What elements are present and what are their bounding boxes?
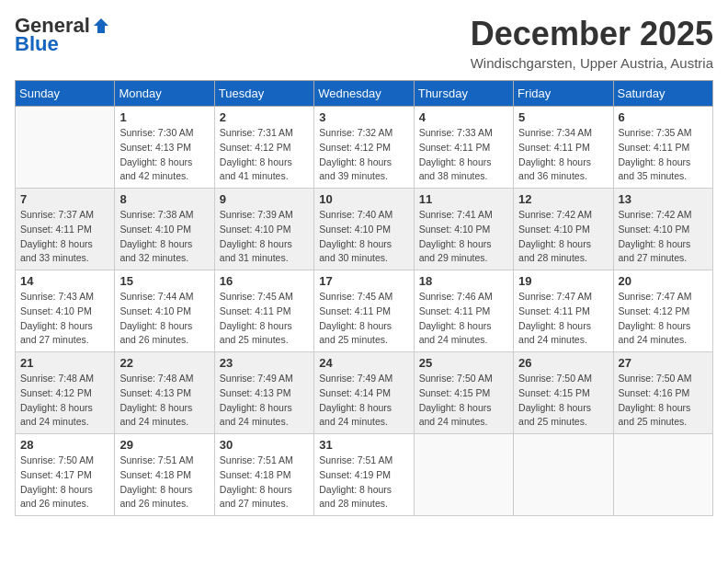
day-number: 7 [20, 192, 109, 206]
day-info: Sunrise: 7:44 AMSunset: 4:10 PMDaylight:… [119, 290, 209, 348]
day-number: 29 [119, 438, 209, 452]
day-info: Sunrise: 7:49 AMSunset: 4:13 PMDaylight:… [220, 372, 309, 430]
day-info: Sunrise: 7:37 AMSunset: 4:11 PMDaylight:… [20, 208, 109, 266]
title-area: December 2025 Windischgarsten, Upper Aus… [471, 15, 713, 71]
day-info: Sunrise: 7:42 AMSunset: 4:10 PMDaylight:… [619, 208, 708, 266]
day-info: Sunrise: 7:50 AMSunset: 4:15 PMDaylight:… [419, 372, 508, 430]
day-info: Sunrise: 7:35 AMSunset: 4:11 PMDaylight:… [619, 126, 708, 184]
table-row: 17Sunrise: 7:45 AMSunset: 4:11 PMDayligh… [314, 270, 414, 352]
day-number: 17 [319, 274, 408, 288]
day-number: 15 [119, 274, 209, 288]
location-title: Windischgarsten, Upper Austria, Austria [471, 55, 713, 71]
table-row [514, 434, 613, 516]
day-number: 30 [220, 438, 309, 452]
calendar-week-row: 14Sunrise: 7:43 AMSunset: 4:10 PMDayligh… [16, 270, 713, 352]
table-row: 13Sunrise: 7:42 AMSunset: 4:10 PMDayligh… [613, 189, 712, 270]
day-number: 1 [119, 110, 209, 124]
day-info: Sunrise: 7:32 AMSunset: 4:12 PMDaylight:… [319, 126, 408, 184]
day-info: Sunrise: 7:30 AMSunset: 4:13 PMDaylight:… [119, 126, 209, 184]
day-info: Sunrise: 7:50 AMSunset: 4:16 PMDaylight:… [619, 372, 708, 430]
day-number: 22 [119, 356, 209, 370]
day-info: Sunrise: 7:48 AMSunset: 4:12 PMDaylight:… [20, 372, 109, 430]
calendar-week-row: 1Sunrise: 7:30 AMSunset: 4:13 PMDaylight… [16, 107, 713, 189]
day-info: Sunrise: 7:45 AMSunset: 4:11 PMDaylight:… [220, 290, 309, 348]
day-number: 31 [319, 438, 408, 452]
col-tuesday: Tuesday [214, 81, 313, 107]
day-number: 21 [20, 356, 109, 370]
table-row: 23Sunrise: 7:49 AMSunset: 4:13 PMDayligh… [214, 352, 313, 434]
day-number: 14 [20, 274, 109, 288]
day-info: Sunrise: 7:51 AMSunset: 4:18 PMDaylight:… [220, 454, 309, 511]
day-info: Sunrise: 7:50 AMSunset: 4:17 PMDaylight:… [20, 454, 109, 511]
day-number: 8 [119, 192, 209, 206]
day-info: Sunrise: 7:40 AMSunset: 4:10 PMDaylight:… [319, 208, 408, 266]
table-row: 12Sunrise: 7:42 AMSunset: 4:10 PMDayligh… [514, 189, 613, 270]
table-row [414, 434, 513, 516]
table-row: 24Sunrise: 7:49 AMSunset: 4:14 PMDayligh… [314, 352, 414, 434]
day-info: Sunrise: 7:34 AMSunset: 4:11 PMDaylight:… [518, 126, 608, 184]
table-row: 7Sunrise: 7:37 AMSunset: 4:11 PMDaylight… [16, 189, 115, 270]
table-row: 14Sunrise: 7:43 AMSunset: 4:10 PMDayligh… [16, 270, 115, 352]
day-info: Sunrise: 7:50 AMSunset: 4:15 PMDaylight:… [518, 372, 608, 430]
table-row: 8Sunrise: 7:38 AMSunset: 4:10 PMDaylight… [115, 189, 214, 270]
day-number: 10 [319, 192, 408, 206]
day-info: Sunrise: 7:31 AMSunset: 4:12 PMDaylight:… [220, 126, 309, 184]
calendar-table: Sunday Monday Tuesday Wednesday Thursday… [15, 80, 713, 516]
table-row: 10Sunrise: 7:40 AMSunset: 4:10 PMDayligh… [314, 189, 414, 270]
col-wednesday: Wednesday [314, 81, 414, 107]
table-row [613, 434, 712, 516]
col-sunday: Sunday [16, 81, 115, 107]
day-info: Sunrise: 7:49 AMSunset: 4:14 PMDaylight:… [319, 372, 408, 430]
day-number: 26 [518, 356, 608, 370]
calendar-week-row: 21Sunrise: 7:48 AMSunset: 4:12 PMDayligh… [16, 352, 713, 434]
day-number: 6 [619, 110, 708, 124]
day-number: 4 [419, 110, 508, 124]
day-info: Sunrise: 7:47 AMSunset: 4:12 PMDaylight:… [619, 290, 708, 348]
day-number: 25 [419, 356, 508, 370]
day-info: Sunrise: 7:39 AMSunset: 4:10 PMDaylight:… [220, 208, 309, 266]
table-row: 28Sunrise: 7:50 AMSunset: 4:17 PMDayligh… [16, 434, 115, 516]
day-number: 2 [220, 110, 309, 124]
day-info: Sunrise: 7:46 AMSunset: 4:11 PMDaylight:… [419, 290, 508, 348]
day-number: 20 [619, 274, 708, 288]
table-row: 1Sunrise: 7:30 AMSunset: 4:13 PMDaylight… [115, 107, 214, 189]
day-number: 12 [518, 192, 608, 206]
logo-blue-text: Blue [15, 33, 59, 55]
col-thursday: Thursday [414, 81, 513, 107]
day-number: 23 [220, 356, 309, 370]
day-info: Sunrise: 7:51 AMSunset: 4:19 PMDaylight:… [319, 454, 408, 511]
logo-icon [92, 17, 110, 35]
table-row: 11Sunrise: 7:41 AMSunset: 4:10 PMDayligh… [414, 189, 513, 270]
day-info: Sunrise: 7:47 AMSunset: 4:11 PMDaylight:… [518, 290, 608, 348]
col-saturday: Saturday [613, 81, 712, 107]
day-info: Sunrise: 7:33 AMSunset: 4:11 PMDaylight:… [419, 126, 508, 184]
day-number: 5 [518, 110, 608, 124]
day-number: 9 [220, 192, 309, 206]
day-number: 28 [20, 438, 109, 452]
day-number: 27 [619, 356, 708, 370]
table-row: 15Sunrise: 7:44 AMSunset: 4:10 PMDayligh… [115, 270, 214, 352]
table-row: 26Sunrise: 7:50 AMSunset: 4:15 PMDayligh… [514, 352, 613, 434]
table-row: 3Sunrise: 7:32 AMSunset: 4:12 PMDaylight… [314, 107, 414, 189]
day-info: Sunrise: 7:38 AMSunset: 4:10 PMDaylight:… [119, 208, 209, 266]
table-row: 5Sunrise: 7:34 AMSunset: 4:11 PMDaylight… [514, 107, 613, 189]
day-info: Sunrise: 7:41 AMSunset: 4:10 PMDaylight:… [419, 208, 508, 266]
table-row: 27Sunrise: 7:50 AMSunset: 4:16 PMDayligh… [613, 352, 712, 434]
table-row: 9Sunrise: 7:39 AMSunset: 4:10 PMDaylight… [214, 189, 313, 270]
table-row: 6Sunrise: 7:35 AMSunset: 4:11 PMDaylight… [613, 107, 712, 189]
col-monday: Monday [115, 81, 214, 107]
day-number: 11 [419, 192, 508, 206]
day-info: Sunrise: 7:45 AMSunset: 4:11 PMDaylight:… [319, 290, 408, 348]
day-info: Sunrise: 7:51 AMSunset: 4:18 PMDaylight:… [119, 454, 209, 511]
svg-marker-0 [94, 18, 108, 33]
table-row: 18Sunrise: 7:46 AMSunset: 4:11 PMDayligh… [414, 270, 513, 352]
table-row: 19Sunrise: 7:47 AMSunset: 4:11 PMDayligh… [514, 270, 613, 352]
day-info: Sunrise: 7:43 AMSunset: 4:10 PMDaylight:… [20, 290, 109, 348]
calendar-week-row: 7Sunrise: 7:37 AMSunset: 4:11 PMDaylight… [16, 189, 713, 270]
page-header: General Blue December 2025 Windischgarst… [15, 15, 713, 71]
table-row: 20Sunrise: 7:47 AMSunset: 4:12 PMDayligh… [613, 270, 712, 352]
day-number: 16 [220, 274, 309, 288]
table-row: 2Sunrise: 7:31 AMSunset: 4:12 PMDaylight… [214, 107, 313, 189]
table-row: 16Sunrise: 7:45 AMSunset: 4:11 PMDayligh… [214, 270, 313, 352]
day-number: 19 [518, 274, 608, 288]
